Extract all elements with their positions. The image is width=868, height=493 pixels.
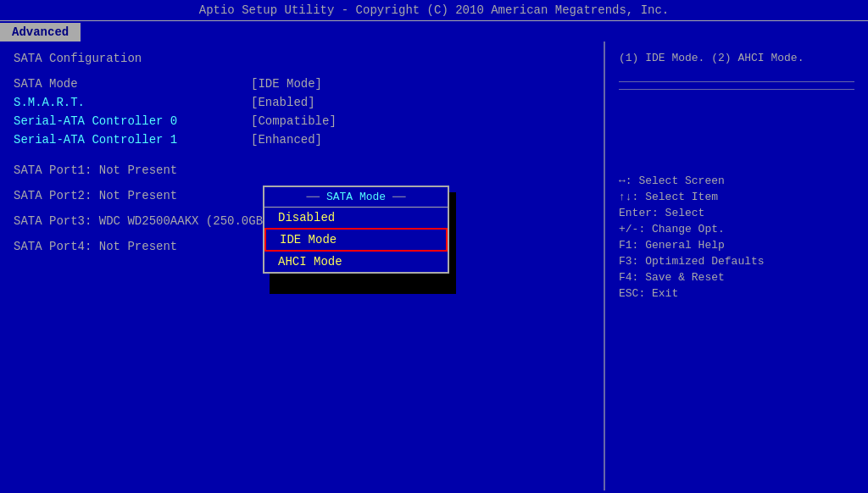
popup-item-disabled[interactable]: Disabled	[264, 208, 448, 228]
main-layout: SATA Configuration SATA Mode [IDE Mode] …	[0, 42, 868, 490]
header-title: Aptio Setup Utility - Copyright (C) 2010…	[199, 3, 670, 17]
divider-2	[619, 89, 854, 90]
sata-port1: SATA Port1: Not Present	[14, 163, 590, 177]
header-bar: Aptio Setup Utility - Copyright (C) 2010…	[0, 0, 868, 21]
tab-advanced[interactable]: Advanced	[0, 23, 81, 42]
key-select-item: ↑↓: Select Item	[619, 191, 854, 203]
key-f3: F3: Optimized Defaults	[619, 255, 854, 268]
key-change-opt: +/-: Change Opt.	[619, 223, 854, 235]
config-value-sata-ctrl1: [Enhanced]	[251, 133, 322, 147]
right-hint: (1) IDE Mode. (2) AHCI Mode.	[619, 52, 854, 64]
divider-1	[619, 81, 854, 82]
key-esc: ESC: Exit	[619, 287, 854, 300]
key-enter: Enter: Select	[619, 207, 854, 219]
key-f1: F1: General Help	[619, 239, 854, 252]
key-select-screen: ↔: Select Screen	[619, 174, 854, 187]
popup-overlay: ── SATA Mode ── Disabled IDE Mode AHCI M…	[263, 186, 449, 274]
config-label-smart[interactable]: S.M.A.R.T.	[14, 96, 251, 109]
popup-item-ide-mode[interactable]: IDE Mode	[264, 228, 448, 252]
config-label-sata-ctrl1[interactable]: Serial-ATA Controller 1	[14, 133, 251, 147]
config-value-sata-ctrl0: [Compatible]	[251, 114, 337, 128]
config-row-sata-mode: SATA Mode [IDE Mode]	[14, 77, 590, 91]
right-panel: (1) IDE Mode. (2) AHCI Mode. ↔: Select S…	[605, 42, 868, 490]
config-label-sata-ctrl0[interactable]: Serial-ATA Controller 0	[14, 114, 251, 128]
tab-bar: Advanced	[0, 21, 868, 42]
popup-box: ── SATA Mode ── Disabled IDE Mode AHCI M…	[263, 186, 449, 274]
popup-item-ahci-mode[interactable]: AHCI Mode	[264, 252, 448, 272]
config-row-sata-ctrl0: Serial-ATA Controller 0 [Compatible]	[14, 114, 590, 128]
config-label-sata-mode: SATA Mode	[14, 77, 251, 91]
popup-title: ── SATA Mode ──	[264, 187, 448, 208]
key-f4: F4: Save & Reset	[619, 271, 854, 284]
config-value-sata-mode[interactable]: [IDE Mode]	[251, 77, 322, 91]
config-value-smart: [Enabled]	[251, 96, 315, 109]
config-row-smart: S.M.A.R.T. [Enabled]	[14, 96, 590, 109]
left-panel: SATA Configuration SATA Mode [IDE Mode] …	[0, 42, 605, 490]
section-title: SATA Configuration	[14, 52, 590, 65]
config-row-sata-ctrl1: Serial-ATA Controller 1 [Enhanced]	[14, 133, 590, 147]
